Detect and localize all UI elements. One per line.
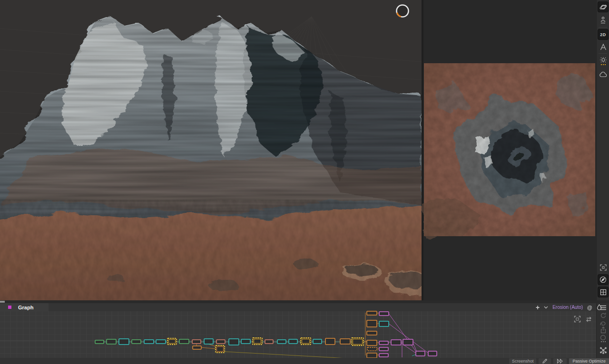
graph-node[interactable]: [119, 339, 129, 345]
tab-graph[interactable]: Graph: [0, 303, 49, 311]
add-node-button[interactable]: +: [536, 304, 540, 311]
pencil-icon: [542, 358, 548, 364]
progress-spinner: [397, 5, 409, 17]
graph-node[interactable]: [289, 339, 297, 344]
graph-node[interactable]: [379, 312, 389, 316]
terrain-3d-render: [0, 0, 422, 300]
screenshot-label: Screenshot: [512, 359, 534, 364]
fit-view-icon[interactable]: [573, 315, 581, 323]
graph-node[interactable]: [132, 340, 141, 344]
grid-quad-icon[interactable]: [598, 287, 608, 297]
graph-node[interactable]: [367, 331, 377, 335]
graph-tab-label: Graph: [18, 305, 33, 310]
swap-direction-icon[interactable]: [585, 316, 592, 322]
graph-node[interactable]: [95, 340, 104, 344]
walk-camera-icon[interactable]: [598, 15, 608, 25]
annotate-button[interactable]: [539, 358, 551, 364]
network-icon[interactable]: [598, 345, 608, 355]
graph-wires: [95, 313, 428, 359]
graph-toolbar: + Erosion (Auto) @: [536, 303, 602, 311]
graph-node[interactable]: [416, 351, 425, 356]
terrain-app-window: 2D: [0, 0, 609, 364]
graph-node[interactable]: [403, 339, 413, 345]
graph-node[interactable]: [367, 340, 377, 345]
graph-node[interactable]: [340, 339, 350, 344]
ellipsis-icon[interactable]: [598, 339, 608, 344]
graph-node[interactable]: [313, 339, 322, 344]
graph-node[interactable]: [107, 339, 116, 344]
frame-crop-icon[interactable]: [598, 262, 608, 272]
graph-node[interactable]: [379, 347, 388, 351]
screenshot-button[interactable]: Screenshot: [509, 358, 537, 364]
sun-icon[interactable]: [598, 56, 608, 66]
mention-button[interactable]: @: [587, 305, 592, 310]
graph-node[interactable]: [367, 347, 377, 351]
graph-node[interactable]: [325, 338, 335, 345]
graph-node[interactable]: [367, 353, 377, 358]
graph-node[interactable]: [391, 340, 401, 345]
graph-node[interactable]: [265, 340, 273, 344]
graph-node[interactable]: [379, 321, 389, 326]
preview-2d-view[interactable]: [424, 63, 595, 236]
graph-node[interactable]: [367, 320, 377, 327]
graph-node[interactable]: [216, 340, 225, 344]
orbit-camera-icon[interactable]: [598, 2, 608, 12]
footer-bar: Screenshot Passive Optimize: [0, 358, 609, 364]
a-frame-icon[interactable]: [598, 42, 608, 52]
graph-node[interactable]: [379, 341, 388, 345]
fast-forward-button[interactable]: [553, 358, 567, 364]
graph-node[interactable]: [179, 339, 189, 344]
graph-node[interactable]: [229, 339, 239, 345]
splitter-grip[interactable]: [0, 301, 5, 303]
graph-node[interactable]: [156, 340, 166, 344]
graph-node[interactable]: [277, 340, 286, 344]
fast-forward-icon: [557, 359, 563, 364]
preset-selector[interactable]: Erosion (Auto): [552, 305, 583, 310]
graph-tab-accent: [8, 306, 11, 309]
graph-node[interactable]: [204, 339, 213, 344]
cloud-icon[interactable]: [598, 69, 608, 79]
graph-node[interactable]: [193, 346, 201, 349]
chevron-down-icon[interactable]: [544, 306, 548, 309]
graph-header: [0, 303, 596, 311]
graph-grid: [0, 311, 596, 358]
sun-accent-dots: [601, 64, 606, 65]
passive-optimize-label: Passive Optimize: [572, 359, 606, 364]
graph-node[interactable]: [367, 311, 377, 315]
terrain-2d-render: [424, 63, 595, 236]
compass-icon[interactable]: [598, 275, 608, 285]
viewport-3d[interactable]: [0, 0, 422, 300]
graph-node[interactable]: [241, 339, 250, 344]
mode-2d-label: 2D: [600, 32, 606, 37]
graph-node[interactable]: [144, 340, 154, 344]
graph-node[interactable]: [379, 354, 388, 357]
graph-node[interactable]: [428, 351, 437, 356]
mode-2d-toggle[interactable]: 2D: [598, 29, 608, 39]
node-graph-canvas[interactable]: [0, 311, 596, 358]
graph-node[interactable]: [192, 340, 201, 344]
passive-optimize-button[interactable]: Passive Optimize: [569, 358, 609, 364]
flame-icon[interactable]: [597, 304, 602, 310]
